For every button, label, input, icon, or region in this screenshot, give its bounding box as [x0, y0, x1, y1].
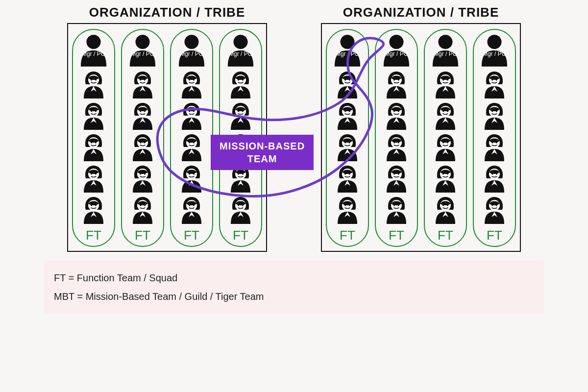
- team-member-icon: [384, 70, 409, 98]
- manager-role-label: Mgr / PO: [180, 50, 203, 57]
- manager-role-label: Mgr / PO: [131, 50, 154, 57]
- team-member-icon: [179, 133, 204, 161]
- manager-icon: [382, 33, 411, 67]
- manager-icon: [128, 33, 157, 67]
- manager-role-label: Mgr / PO: [229, 50, 252, 57]
- tribes-row: ORGANIZATION / TRIBEMgr / POFTMgr / POFT…: [44, 5, 544, 252]
- function-team-column: Mgr / POFT: [375, 29, 418, 247]
- ft-label: FT: [233, 228, 248, 243]
- manager: Mgr / PO: [431, 33, 460, 67]
- tribe: ORGANIZATION / TRIBEMgr / POFTMgr / POFT…: [67, 5, 267, 252]
- mbt-badge-line1: MISSION-BASED: [220, 141, 305, 151]
- ft-label: FT: [135, 228, 150, 243]
- team-member-icon: [482, 70, 507, 98]
- team-member-icon: [482, 164, 507, 193]
- manager-icon: [333, 33, 362, 67]
- function-team-column: Mgr / POFT: [424, 29, 467, 247]
- function-team-column: Mgr / POFT: [72, 29, 115, 247]
- manager-role-label: Mgr / PO: [483, 50, 506, 57]
- legend-ft: FT = Function Team / Squad: [54, 269, 534, 287]
- team-member-icon: [130, 196, 155, 224]
- ft-label: FT: [389, 228, 404, 243]
- team-member-icon: [335, 70, 360, 98]
- manager: Mgr / PO: [128, 33, 157, 67]
- team-member-icon: [433, 196, 458, 224]
- team-member-icon: [228, 70, 253, 98]
- manager: Mgr / PO: [226, 33, 255, 67]
- team-member-icon: [130, 101, 155, 130]
- function-team-column: Mgr / POFT: [121, 29, 164, 247]
- team-member-icon: [482, 133, 507, 161]
- team-member-icon: [335, 133, 360, 161]
- manager-icon: [79, 33, 108, 67]
- team-member-icon: [81, 164, 106, 193]
- team-member-icon: [433, 133, 458, 161]
- team-member-icon: [482, 196, 507, 224]
- mbt-badge: MISSION-BASED TEAM: [211, 135, 314, 170]
- team-member-icon: [433, 164, 458, 193]
- team-member-icon: [228, 101, 253, 130]
- ft-label: FT: [86, 228, 101, 243]
- team-member-icon: [179, 101, 204, 130]
- function-team-column: Mgr / POFT: [473, 29, 516, 247]
- manager-icon: [431, 33, 460, 67]
- team-member-icon: [130, 133, 155, 161]
- manager-role-label: Mgr / PO: [336, 50, 359, 57]
- team-member-icon: [81, 196, 106, 224]
- manager: Mgr / PO: [177, 33, 206, 67]
- team-member-icon: [433, 70, 458, 98]
- tribe-title: ORGANIZATION / TRIBE: [89, 5, 245, 20]
- team-member-icon: [384, 133, 409, 161]
- tribe: ORGANIZATION / TRIBEMgr / POFTMgr / POFT…: [321, 5, 521, 252]
- legend-box: FT = Function Team / Squad MBT = Mission…: [44, 261, 544, 314]
- ft-label: FT: [340, 228, 355, 243]
- ft-label: FT: [184, 228, 199, 243]
- team-member-icon: [482, 101, 507, 130]
- function-team-column: Mgr / POFT: [170, 29, 213, 247]
- manager-icon: [480, 33, 509, 67]
- team-member-icon: [81, 133, 106, 161]
- team-member-icon: [179, 196, 204, 224]
- team-member-icon: [179, 164, 204, 193]
- tribe-title: ORGANIZATION / TRIBE: [343, 5, 499, 20]
- manager-role-label: Mgr / PO: [82, 50, 105, 57]
- manager-icon: [226, 33, 255, 67]
- team-member-icon: [130, 164, 155, 193]
- team-member-icon: [228, 196, 253, 224]
- manager-role-label: Mgr / PO: [385, 50, 408, 57]
- manager: Mgr / PO: [79, 33, 108, 67]
- team-member-icon: [384, 101, 409, 130]
- manager: Mgr / PO: [333, 33, 362, 67]
- team-member-icon: [384, 164, 409, 193]
- tribe-box: Mgr / POFTMgr / POFTMgr / POFTMgr / POFT: [321, 23, 521, 252]
- manager-role-label: Mgr / PO: [434, 50, 457, 57]
- team-member-icon: [384, 196, 409, 224]
- manager: Mgr / PO: [382, 33, 411, 67]
- mbt-badge-line2: TEAM: [247, 153, 277, 164]
- legend-mbt: MBT = Mission-Based Team / Guild / Tiger…: [54, 287, 534, 306]
- manager: Mgr / PO: [480, 33, 509, 67]
- ft-label: FT: [438, 228, 453, 243]
- team-member-icon: [130, 70, 155, 98]
- team-member-icon: [81, 70, 106, 98]
- ft-label: FT: [487, 228, 502, 243]
- manager-icon: [177, 33, 206, 67]
- team-member-icon: [335, 101, 360, 130]
- function-team-column: Mgr / POFT: [326, 29, 369, 247]
- team-member-icon: [81, 101, 106, 130]
- team-member-icon: [179, 70, 204, 98]
- team-member-icon: [335, 164, 360, 193]
- team-member-icon: [433, 101, 458, 130]
- team-member-icon: [335, 196, 360, 224]
